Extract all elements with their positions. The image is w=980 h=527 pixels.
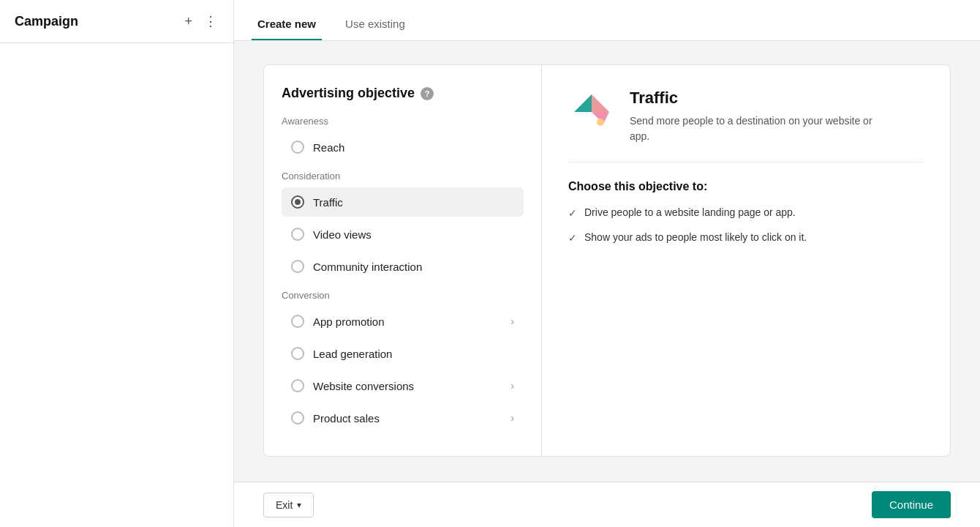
sidebar-title: Campaign: [15, 14, 78, 29]
chevron-website-conversions: ›: [510, 380, 514, 392]
option-video-views[interactable]: Video views: [282, 220, 524, 249]
option-label-traffic: Traffic: [313, 196, 343, 209]
objective-panel: Advertising objective ? Awareness Reach …: [264, 65, 542, 456]
content-area: Advertising objective ? Awareness Reach …: [234, 41, 980, 482]
continue-button[interactable]: Continue: [872, 491, 951, 518]
option-app-promotion[interactable]: App promotion ›: [282, 307, 524, 336]
radio-product-sales: [291, 411, 304, 425]
detail-description: Send more people to a destination on you…: [630, 113, 893, 144]
bullet-item-1: ✓ Drive people to a website landing page…: [568, 205, 924, 221]
radio-community-interaction: [291, 260, 304, 273]
bullet-text-1: Drive people to a website landing page o…: [584, 205, 796, 220]
tab-bar: Create new Use existing: [234, 0, 980, 41]
tab-create-new[interactable]: Create new: [252, 18, 322, 40]
bullet-item-2: ✓ Show your ads to people most likely to…: [568, 230, 924, 246]
option-label-website-conversions: Website conversions: [313, 380, 414, 392]
footer: Exit ▾ Continue: [234, 482, 980, 527]
exit-button[interactable]: Exit ▾: [263, 493, 314, 517]
radio-lead-generation: [291, 347, 304, 360]
option-label-product-sales: Product sales: [313, 412, 380, 425]
chevron-app-promotion: ›: [510, 315, 514, 327]
sidebar-icon-group: + ⋮: [183, 12, 219, 31]
option-traffic[interactable]: Traffic: [282, 187, 524, 217]
section-label-conversion: Conversion: [282, 290, 524, 301]
tab-use-existing[interactable]: Use existing: [339, 18, 411, 40]
option-community-interaction[interactable]: Community interaction: [282, 252, 524, 281]
option-website-conversions[interactable]: Website conversions ›: [282, 371, 524, 400]
exit-label: Exit: [276, 499, 293, 511]
continue-label: Continue: [889, 498, 933, 511]
sidebar: Campaign + ⋮: [0, 0, 234, 527]
option-lead-generation[interactable]: Lead generation: [282, 339, 524, 368]
option-reach[interactable]: Reach: [282, 132, 524, 162]
radio-traffic: [291, 195, 304, 209]
detail-title: Traffic: [630, 89, 893, 108]
chevron-product-sales: ›: [510, 412, 514, 424]
panel-title-text: Advertising objective: [282, 86, 415, 101]
add-campaign-button[interactable]: +: [183, 12, 194, 31]
checkmark-icon-2: ✓: [568, 231, 577, 246]
detail-header: Traffic Send more people to a destinatio…: [568, 89, 924, 162]
choose-title: Choose this objective to:: [568, 180, 924, 193]
detail-header-text: Traffic Send more people to a destinatio…: [630, 89, 893, 144]
option-label-community-interaction: Community interaction: [313, 261, 422, 273]
main-content: Create new Use existing Advertising obje…: [234, 0, 980, 527]
detail-panel: Traffic Send more people to a destinatio…: [542, 65, 950, 456]
help-icon[interactable]: ?: [421, 87, 434, 100]
section-label-consideration: Consideration: [282, 171, 524, 182]
radio-app-promotion: [291, 315, 304, 328]
sidebar-header: Campaign + ⋮: [0, 0, 233, 43]
section-label-awareness: Awareness: [282, 116, 524, 127]
option-label-reach: Reach: [313, 141, 344, 154]
option-label-video-views: Video views: [313, 228, 372, 241]
bullet-text-2: Show your ads to people most likely to c…: [584, 230, 807, 245]
svg-marker-1: [592, 94, 609, 112]
radio-video-views: [291, 228, 304, 241]
option-label-lead-generation: Lead generation: [313, 348, 392, 360]
svg-marker-0: [574, 94, 592, 112]
radio-reach: [291, 141, 304, 154]
traffic-icon: [568, 89, 615, 135]
panel-title-group: Advertising objective ?: [282, 86, 524, 101]
option-product-sales[interactable]: Product sales ›: [282, 403, 524, 433]
objective-card: Advertising objective ? Awareness Reach …: [263, 64, 951, 457]
svg-point-3: [597, 119, 604, 126]
radio-website-conversions: [291, 379, 304, 392]
option-label-app-promotion: App promotion: [313, 315, 385, 328]
exit-chevron-down-icon: ▾: [297, 500, 301, 510]
more-options-button[interactable]: ⋮: [203, 12, 219, 31]
bullet-list: ✓ Drive people to a website landing page…: [568, 205, 924, 246]
checkmark-icon-1: ✓: [568, 206, 577, 221]
